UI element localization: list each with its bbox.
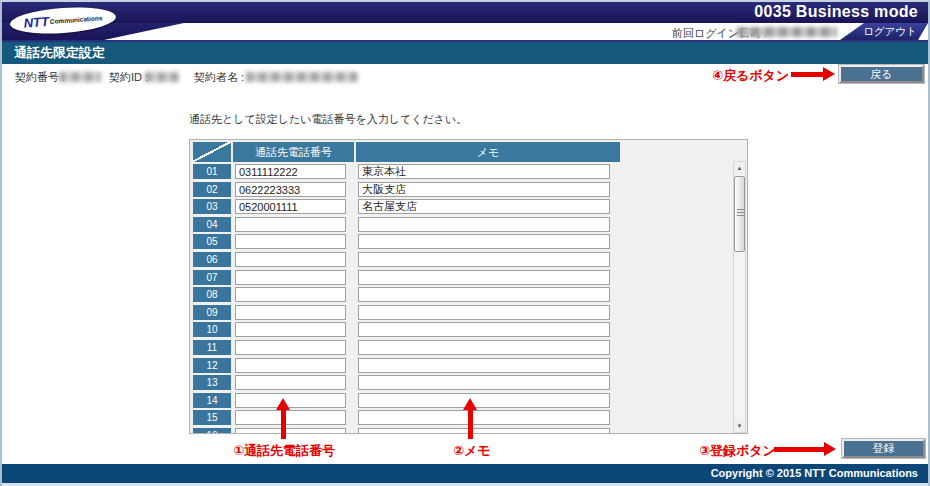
red-arrow-right-icon-register bbox=[774, 447, 824, 452]
row-number: 12 bbox=[193, 358, 231, 373]
phone-input[interactable] bbox=[235, 305, 346, 320]
row-number: 01 bbox=[193, 164, 231, 179]
memo-column-header: メモ bbox=[356, 142, 620, 162]
row-number: 05 bbox=[193, 234, 231, 249]
diagonal-line-icon bbox=[193, 142, 231, 162]
row-number: 09 bbox=[193, 305, 231, 320]
phone-input[interactable] bbox=[235, 234, 346, 249]
phone-input[interactable] bbox=[235, 358, 346, 373]
row-number: 04 bbox=[193, 217, 231, 232]
memo-input[interactable] bbox=[358, 182, 610, 197]
row-number: 03 bbox=[193, 199, 231, 214]
annotation-back-button: ④戻るボタン bbox=[712, 67, 789, 85]
contract-number-label: 契約番号 : bbox=[15, 70, 65, 85]
red-arrow-right-icon bbox=[791, 72, 823, 77]
phone-column-header: 通話先電話番号 bbox=[233, 142, 354, 162]
memo-input[interactable] bbox=[358, 305, 610, 320]
phone-restriction-table: 通話先電話番号 メモ ▲ ▼ 0102030405060708091011121… bbox=[189, 139, 748, 434]
phone-input[interactable] bbox=[235, 287, 346, 302]
phone-input[interactable] bbox=[235, 252, 346, 267]
row-number: 02 bbox=[193, 182, 231, 197]
page-title: 通話先限定設定 bbox=[2, 42, 928, 64]
phone-input[interactable] bbox=[235, 375, 346, 390]
row-number: 13 bbox=[193, 375, 231, 390]
table-row: 13 bbox=[190, 375, 747, 390]
footer: Copyright © 2015 NTT Communications bbox=[2, 464, 928, 483]
row-number: 07 bbox=[193, 270, 231, 285]
logout-button[interactable]: ログアウト bbox=[840, 23, 928, 40]
table-row: 05 bbox=[190, 234, 747, 249]
phone-input[interactable] bbox=[235, 182, 346, 197]
annotation-memo-column: ②メモ bbox=[453, 442, 491, 460]
phone-input[interactable] bbox=[235, 164, 346, 179]
memo-input[interactable] bbox=[358, 322, 610, 337]
memo-input[interactable] bbox=[358, 358, 610, 373]
row-number: 11 bbox=[193, 340, 231, 355]
memo-input[interactable] bbox=[358, 393, 610, 408]
memo-input[interactable] bbox=[358, 287, 610, 302]
contract-number-value-redacted bbox=[59, 72, 101, 82]
table-row: 08 bbox=[190, 287, 747, 302]
back-button[interactable]: 戻る bbox=[839, 65, 924, 83]
red-arrow-up-icon-phone bbox=[281, 409, 286, 439]
row-number: 14 bbox=[193, 393, 231, 408]
memo-input[interactable] bbox=[358, 428, 610, 434]
contract-name-label: 契約者名 : bbox=[194, 70, 244, 85]
row-number: 08 bbox=[193, 287, 231, 302]
row-number: 10 bbox=[193, 322, 231, 337]
last-login-value-redacted bbox=[737, 27, 837, 37]
table-row: 10 bbox=[190, 322, 747, 337]
memo-input[interactable] bbox=[358, 217, 610, 232]
table-row: 01 bbox=[190, 164, 747, 179]
phone-input[interactable] bbox=[235, 217, 346, 232]
memo-input[interactable] bbox=[358, 234, 610, 249]
memo-input[interactable] bbox=[358, 164, 610, 179]
memo-input[interactable] bbox=[358, 252, 610, 267]
row-number: 06 bbox=[193, 252, 231, 267]
table-row: 12 bbox=[190, 358, 747, 373]
memo-input[interactable] bbox=[358, 270, 610, 285]
table-row: 03 bbox=[190, 199, 747, 214]
instruction-text: 通話先として設定したい電話番号を入力してください。 bbox=[189, 112, 467, 127]
page: 0035 Business mode 前回ログイン日時 : ログアウト NTT … bbox=[0, 0, 930, 486]
contract-id-value-redacted bbox=[145, 72, 179, 82]
product-title: 0035 Business mode bbox=[754, 3, 918, 21]
annotation-phone-column: ①通話先電話番号 bbox=[233, 442, 335, 460]
table-row: 06 bbox=[190, 252, 747, 267]
header-subbar: 前回ログイン日時 : ログアウト bbox=[2, 23, 928, 42]
phone-input[interactable] bbox=[235, 393, 346, 408]
logo-communications-text: Communications bbox=[50, 14, 103, 25]
memo-input[interactable] bbox=[358, 410, 610, 425]
table-row: 07 bbox=[190, 270, 747, 285]
phone-input[interactable] bbox=[235, 410, 346, 425]
table-row: 02 bbox=[190, 182, 747, 197]
logo-ntt-text: NTT bbox=[23, 14, 49, 31]
table-row: 09 bbox=[190, 305, 747, 320]
header-bar: 0035 Business mode bbox=[2, 2, 928, 23]
phone-input[interactable] bbox=[235, 270, 346, 285]
annotation-register-button: ③登録ボタン bbox=[699, 442, 776, 460]
phone-input[interactable] bbox=[235, 428, 346, 434]
phone-input[interactable] bbox=[235, 322, 346, 337]
table-row: 11 bbox=[190, 340, 747, 355]
memo-input[interactable] bbox=[358, 199, 610, 214]
row-number: 16 bbox=[193, 428, 231, 434]
row-number: 15 bbox=[193, 410, 231, 425]
red-arrow-up-icon-memo bbox=[468, 409, 473, 439]
memo-input[interactable] bbox=[358, 375, 610, 390]
register-button[interactable]: 登録 bbox=[842, 439, 925, 458]
copyright-text: Copyright © 2015 NTT Communications bbox=[711, 467, 918, 479]
phone-input[interactable] bbox=[235, 340, 346, 355]
contract-id-label: 契約ID : bbox=[109, 70, 148, 85]
memo-input[interactable] bbox=[358, 340, 610, 355]
contract-name-value-redacted bbox=[246, 72, 358, 82]
table-row: 04 bbox=[190, 217, 747, 232]
phone-input[interactable] bbox=[235, 199, 346, 214]
